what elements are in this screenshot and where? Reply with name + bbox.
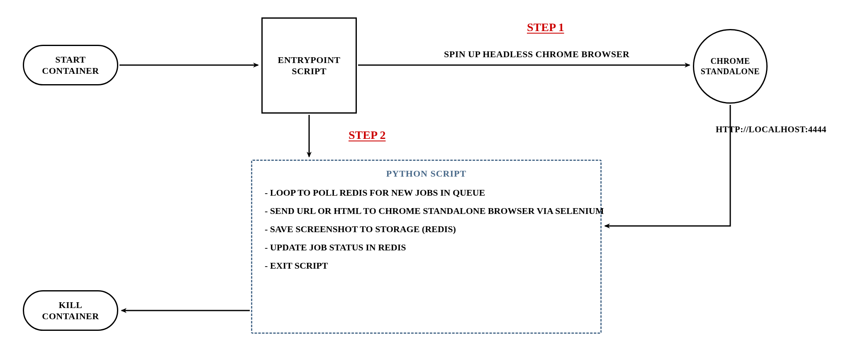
step-2-label: STEP 2 — [349, 129, 385, 142]
node-chrome-standalone-label: CHROME STANDALONE — [701, 56, 760, 77]
list-item: LOOP TO POLL REDIS FOR NEW JOBS IN QUEUE — [265, 188, 592, 197]
node-kill-container: KILL CONTAINER — [23, 290, 118, 331]
node-start-container-label: START CONTAINER — [42, 54, 99, 77]
list-item: UPDATE JOB STATUS IN REDIS — [265, 243, 592, 252]
list-item: EXIT SCRIPT — [265, 261, 592, 270]
node-entrypoint-script: ENTRYPOINT SCRIPT — [261, 17, 357, 114]
step-1-label: STEP 1 — [527, 21, 564, 34]
arrow-label-spin-up: SPIN UP HEADLESS CHROME BROWSER — [444, 49, 629, 60]
python-script-list: LOOP TO POLL REDIS FOR NEW JOBS IN QUEUE… — [265, 188, 600, 270]
node-chrome-standalone: CHROME STANDALONE — [693, 29, 768, 104]
python-script-box: PYTHON SCRIPT LOOP TO POLL REDIS FOR NEW… — [251, 160, 602, 334]
node-entrypoint-script-label: ENTRYPOINT SCRIPT — [278, 54, 341, 77]
node-kill-container-label: KILL CONTAINER — [42, 299, 99, 322]
list-item: SEND URL OR HTML TO CHROME STANDALONE BR… — [265, 206, 592, 216]
python-script-title: PYTHON SCRIPT — [252, 168, 600, 179]
list-item: SAVE SCREENSHOT TO STORAGE (REDIS) — [265, 225, 592, 234]
arrow-label-localhost: HTTP://LOCALHOST:4444 — [716, 124, 827, 135]
node-start-container: START CONTAINER — [23, 45, 118, 85]
